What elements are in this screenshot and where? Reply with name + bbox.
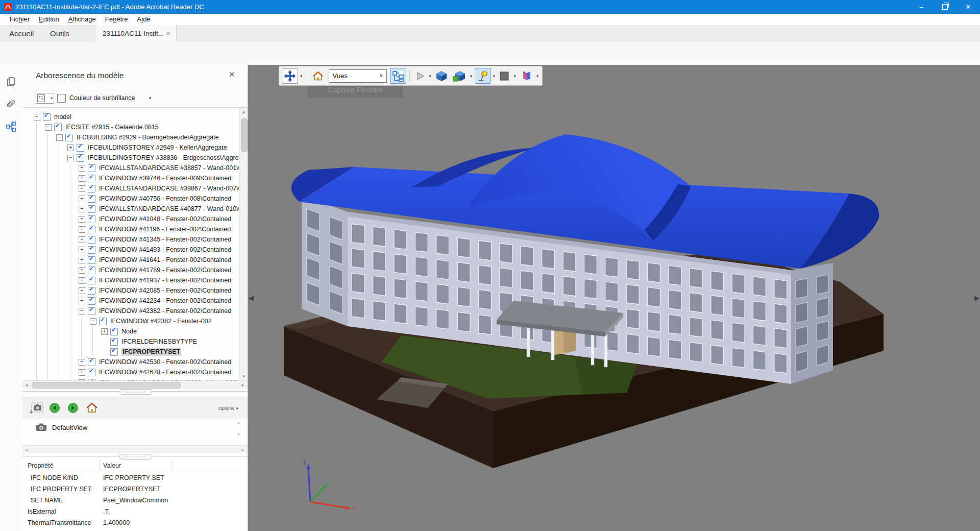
scrollbar-thumb[interactable] [32,382,181,389]
tree-checkbox[interactable]: ✔ [88,215,95,223]
scroll-right-icon[interactable]: ► [241,448,245,452]
tree-item[interactable]: +✔IFCWINDOW #41789 - Fenster-002\Contain… [22,265,239,275]
play-animation-button[interactable] [413,68,427,84]
tree-item[interactable]: −✔model [22,112,239,122]
panel-close-icon[interactable]: ✕ [229,70,235,79]
tree-item[interactable]: +✔IFCWINDOW #41641 - Fenster-002\Contain… [22,255,239,265]
next-view-icon[interactable] [67,402,79,416]
tree-checkbox[interactable]: ✔ [65,134,73,141]
capture-view-icon[interactable] [30,401,45,417]
property-row[interactable]: IFC NODE KINDIFC PROPERTY SET [22,473,248,484]
panel-splitter-grip[interactable] [119,389,152,395]
tree-item[interactable]: −✔IFCSITE #2915 - Gelaende 0815 [22,122,239,132]
menu-fentre[interactable]: Fenêtre [101,14,133,25]
highlight-color-swatch[interactable] [57,94,66,103]
scroll-left-icon[interactable]: ◄ [24,448,29,452]
scroll-up-icon[interactable]: ▲ [237,421,240,425]
tree-item[interactable]: +✔IFCWALLSTANDARDCASE #39867 - Wand-007\… [22,183,239,194]
scroll-left-icon[interactable]: ◄ [24,383,29,388]
tree-checkbox[interactable]: ✔ [88,164,95,172]
tree-checkbox[interactable]: ✔ [99,318,107,325]
tree-item[interactable]: −✔IFCWINDOW #42382 - Fenster-002\Contain… [22,306,239,316]
chevron-down-icon[interactable]: ▾ [512,74,517,79]
tree-checkbox[interactable]: ✔ [88,246,95,254]
chevron-down-icon[interactable]: ▾ [492,74,497,79]
tree-expander[interactable]: + [79,175,85,182]
tree-expander[interactable]: + [67,144,74,151]
menu-edition[interactable]: Edition [34,14,64,25]
scroll-right-icon[interactable]: ► [241,383,245,388]
tree-item[interactable]: +✔IFCWINDOW #41937 - Fenster-002\Contain… [22,275,239,285]
tree-checkbox[interactable]: ✔ [88,205,95,213]
tree-item[interactable]: +✔Node [22,326,239,336]
tree-expander[interactable]: + [79,277,85,284]
tree-checkbox[interactable]: ✔ [77,144,84,152]
tree-item[interactable]: +✔IFCWINDOW #41196 - Fenster-002\Contain… [22,224,239,234]
tree-item[interactable]: +✔IFCWALLSTANDARDCASE #40877 - Wand-010\… [22,204,239,214]
tree-expander[interactable]: + [79,216,85,223]
chevron-down-icon[interactable]: ▾ [535,74,540,79]
tree-view-options-button[interactable]: ▾ [36,93,54,104]
tree-expander[interactable]: + [79,236,85,243]
tree-expander[interactable]: − [34,114,40,120]
scroll-up-icon[interactable]: ▲ [240,108,248,114]
tree-expander[interactable]: + [79,267,85,274]
views-horizontal-scrollbar[interactable]: ◄ ► [22,445,248,453]
tree-expander[interactable]: + [79,247,85,253]
tree-checkbox[interactable]: ✔ [88,287,95,295]
highlight-color-label[interactable]: Couleur de surbrillance [69,94,135,102]
collapse-left-panel-handle[interactable]: ◀ [249,294,254,302]
tree-checkbox[interactable]: ✔ [88,358,95,366]
rotate-tool-button[interactable] [282,68,298,84]
tree-item[interactable]: −✔IFCBUILDINGSTOREY #38836 - Erdgeschoss… [22,153,239,163]
background-color-button[interactable] [497,68,511,84]
menu-aide[interactable]: Aide [133,14,155,25]
restore-button[interactable] [933,0,957,14]
tree-expander[interactable]: + [79,359,85,366]
tree-expander[interactable]: + [79,287,85,294]
tree-item[interactable]: +✔IFCWINDOW #41493 - Fenster-002\Contain… [22,245,239,255]
tab-outils[interactable]: Outils [50,25,69,42]
tree-checkbox[interactable]: ✔ [110,338,118,346]
tree-expander[interactable]: + [79,165,85,172]
tree-item[interactable]: +✔IFCWINDOW #41048 - Fenster-002\Contain… [22,214,239,224]
tree-checkbox[interactable]: ✔ [88,226,95,233]
property-row[interactable]: IsExternal.T. [22,506,248,518]
tree-vertical-scrollbar[interactable]: ▲ ▼ [239,108,248,380]
scroll-down-icon[interactable]: ▼ [237,432,240,436]
tree-expander[interactable]: − [56,134,63,141]
tree-item[interactable]: −✔IFCWINDOW #42382 - Fenster-002 [22,316,239,326]
menu-fichier[interactable]: Fichier [5,14,34,25]
tab-close-icon[interactable]: × [166,30,176,37]
scroll-down-icon[interactable]: ▼ [240,374,248,379]
toggle-model-tree-button[interactable] [390,68,406,84]
tree-item[interactable]: +✔IFCWINDOW #41345 - Fenster-002\Contain… [22,234,239,245]
tree-expander[interactable]: + [79,206,85,212]
views-dropdown[interactable]: Vues ∨ [329,69,387,83]
tab-document[interactable]: 231110AC11-Instit... × [95,25,177,42]
tree-checkbox[interactable]: ✔ [88,277,95,284]
3d-viewport[interactable]: z y x Capture Fenêtre ◀ ▶ [248,65,980,531]
tree-expander[interactable]: + [79,185,85,192]
projection-mode-button[interactable] [451,68,468,84]
collapse-right-panel-handle[interactable]: ▶ [974,294,979,302]
tree-expander[interactable]: − [67,155,74,161]
tree-checkbox[interactable]: ✔ [88,369,95,376]
tree-checkbox[interactable]: ✔ [88,267,95,274]
tree-expander[interactable]: + [79,369,85,376]
render-mode-button[interactable] [433,68,450,84]
attachments-icon[interactable] [6,99,17,110]
3d-model-view[interactable]: z y x [248,65,980,531]
tree-checkbox[interactable]: ✔ [110,348,118,356]
lighting-button[interactable] [475,68,491,84]
tree-expander[interactable]: + [101,328,108,335]
tree-item[interactable]: −✔IFCBUILDING #2929 - Buerogebaeude\Aggr… [22,132,239,142]
tree-checkbox[interactable]: ✔ [43,113,51,121]
tree-item[interactable]: +✔IFCWINDOW #39746 - Fenster-009\Contain… [22,173,239,183]
chevron-down-icon[interactable]: ▾ [469,74,474,79]
tree-checkbox[interactable]: ✔ [88,185,95,192]
tree-checkbox[interactable]: ✔ [54,124,62,131]
chevron-down-icon[interactable]: ▾ [299,74,304,79]
views-options-button[interactable]: Options ▾ [218,404,238,412]
tree-item[interactable]: ✔IFCPROPERTYSET [22,347,239,357]
